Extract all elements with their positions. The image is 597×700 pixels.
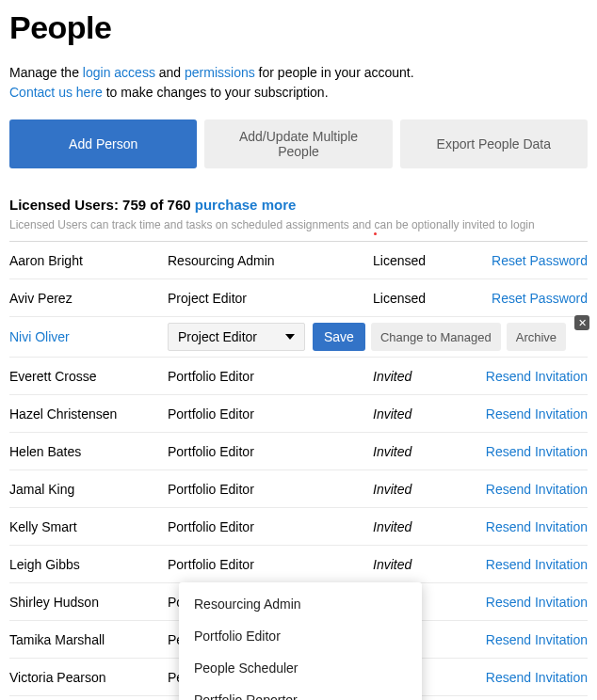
action-cell: Resend Invitation [465,444,588,459]
person-status: Invited [373,482,465,497]
login-access-link[interactable]: login access [83,65,155,80]
action-cell: Resend Invitation [465,557,588,572]
person-status: Invited [373,557,465,572]
person-role: Resourcing Admin [168,253,373,268]
action-cell: Resend Invitation [465,406,588,422]
action-cell: Resend Invitation [465,670,588,685]
alert-dot-icon [374,232,377,235]
row-action-link[interactable]: Reset Password [492,291,588,306]
role-dropdown: Resourcing AdminPortfolio EditorPeople S… [179,582,422,700]
save-button[interactable]: Save [313,323,365,351]
intro-part: to make changes to your subscription. [103,85,329,100]
licensed-users-summary: Licensed Users: 759 of 760 purchase more [9,197,588,213]
role-select[interactable]: Project Editor [168,323,305,351]
person-role: Portfolio Editor [168,482,373,497]
action-cell: Resend Invitation [465,482,588,497]
row-action-link[interactable]: Resend Invitation [486,595,588,610]
change-to-managed-button[interactable]: Change to Managed [371,323,501,351]
person-status: Invited [373,369,465,384]
person-name: Shirley Hudson [9,595,168,610]
table-row: Helen BatesPortfolio EditorInvitedResend… [9,433,588,470]
person-name: Hazel Christensen [9,406,168,422]
person-name: Tamika Marshall [9,632,168,647]
action-cell: Resend Invitation [465,632,588,647]
row-action-link[interactable]: Resend Invitation [486,406,588,422]
page-title: People [9,9,588,46]
row-action-link[interactable]: Resend Invitation [486,519,588,534]
intro-part: and [155,65,185,80]
role-option[interactable]: People Scheduler [183,652,418,684]
person-name: Aviv Perez [9,291,168,306]
person-name: Aaron Bright [9,253,168,268]
intro-text: Manage the login access and permissions … [9,63,588,103]
role-option[interactable]: Resourcing Admin [183,588,418,620]
person-name-link[interactable]: Nivi Oliver [9,329,168,344]
add-multiple-button[interactable]: Add/Update Multiple People [204,119,392,168]
person-role: Portfolio Editor [168,406,373,422]
row-action-link[interactable]: Resend Invitation [486,557,588,572]
action-cell: Resend Invitation [465,519,588,534]
person-role: Portfolio Editor [168,444,373,459]
export-button[interactable]: Export People Data [400,119,588,168]
row-action-link[interactable]: Resend Invitation [486,482,588,497]
table-row: Jamal KingPortfolio EditorInvitedResend … [9,470,588,508]
person-name: Kelly Smart [9,519,168,534]
licensed-count-label: Licensed Users: 759 of 760 [9,197,195,213]
row-action-link[interactable]: Resend Invitation [486,632,588,647]
row-action-link[interactable]: Resend Invitation [486,369,588,384]
role-option[interactable]: Portfolio Editor [183,620,418,652]
intro-part: Manage the [9,65,83,80]
contact-us-link[interactable]: Contact us here [9,85,103,100]
table-row: Everett CrossePortfolio EditorInvitedRes… [9,358,588,395]
intro-part: for people in your account. [255,65,414,80]
row-action-link[interactable]: Resend Invitation [486,444,588,459]
person-name: Helen Bates [9,444,168,459]
person-status: Invited [373,444,465,459]
action-cell: Resend Invitation [465,369,588,384]
table-row: Aviv PerezProject EditorLicensedReset Pa… [9,279,588,317]
person-status: Invited [373,519,465,534]
editing-row: ✕ Nivi Oliver Project Editor Save Change… [9,317,588,358]
action-cell: Reset Password [465,253,588,268]
action-button-row: Add Person Add/Update Multiple People Ex… [9,119,588,168]
person-role: Portfolio Editor [168,557,373,572]
action-cell: Reset Password [465,291,588,306]
table-row: Hazel ChristensenPortfolio EditorInvited… [9,395,588,433]
person-name: Jamal King [9,482,168,497]
person-role: Portfolio Editor [168,369,373,384]
close-icon[interactable]: ✕ [574,315,589,330]
row-action-link[interactable]: Reset Password [492,253,588,268]
person-name: Victoria Pearson [9,670,168,685]
role-select-value: Project Editor [178,329,257,344]
person-role: Project Editor [168,291,373,306]
action-cell: Resend Invitation [465,595,588,610]
person-name: Leigh Gibbs [9,557,168,572]
role-option[interactable]: Portfolio Reporter [183,684,418,700]
person-status: Invited [373,406,465,422]
licensed-users-description: Licensed Users can track time and tasks … [9,218,588,242]
person-status: Licensed [373,253,465,268]
row-action-link[interactable]: Resend Invitation [486,670,588,685]
person-role: Portfolio Editor [168,519,373,534]
archive-button[interactable]: Archive [507,323,566,351]
person-name: Everett Crosse [9,369,168,384]
table-row: Kelly SmartPortfolio EditorInvitedResend… [9,508,588,546]
permissions-link[interactable]: permissions [185,65,255,80]
people-table: Aaron BrightResourcing AdminLicensedRese… [9,242,588,696]
purchase-more-link[interactable]: purchase more [195,197,297,213]
chevron-down-icon [285,334,295,340]
add-person-button[interactable]: Add Person [9,119,197,168]
table-row: Leigh GibbsPortfolio EditorInvitedResend… [9,546,588,583]
table-row: Aaron BrightResourcing AdminLicensedRese… [9,242,588,279]
person-status: Licensed [373,291,465,306]
